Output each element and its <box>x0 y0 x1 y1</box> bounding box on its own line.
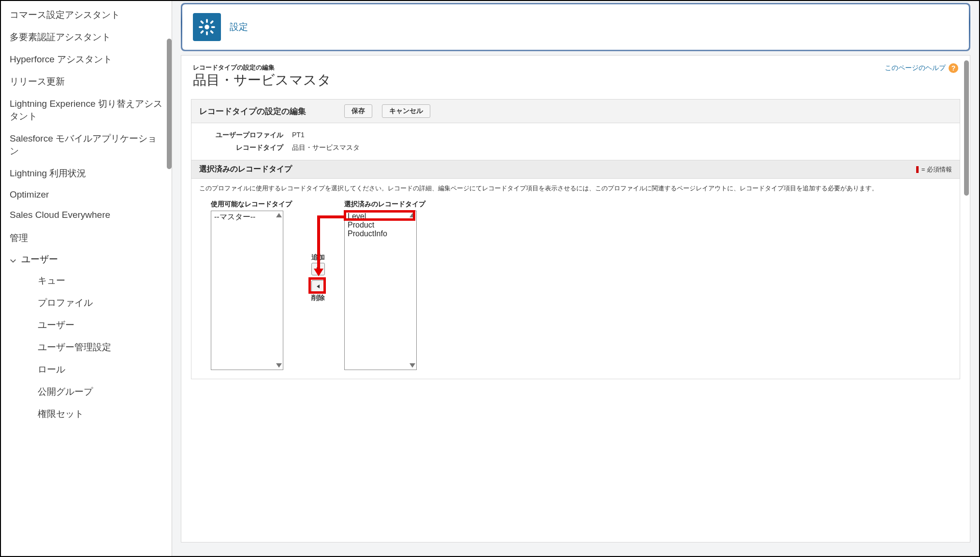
dual-list-controls: 追加 削除 <box>311 253 325 302</box>
save-button[interactable]: 保存 <box>344 104 372 118</box>
list-item[interactable]: --マスター-- <box>213 212 281 222</box>
sidebar-item-label: Hyperforce アシスタント <box>10 54 112 64</box>
setup-sidebar: コマース設定アシスタント 多要素認証アシスタント Hyperforce アシスタ… <box>1 1 172 556</box>
subsection-description: このプロファイルに使用するレコードタイプを選択してください。レコードの詳細、編集… <box>191 179 960 197</box>
sidebar-item-label: コマース設定アシスタント <box>10 10 120 20</box>
sidebar-item-profiles[interactable]: プロファイル <box>38 292 172 314</box>
sidebar-item-label: リリース更新 <box>10 76 65 86</box>
sidebar-item-permission-sets[interactable]: 権限セット <box>38 403 172 425</box>
sidebar-item-sales-cloud-everywhere[interactable]: Sales Cloud Everywhere <box>10 205 172 225</box>
annotation-line <box>317 215 344 218</box>
sidebar-item-commerce-assistant[interactable]: コマース設定アシスタント <box>10 4 172 26</box>
sidebar-item-queues[interactable]: キュー <box>38 270 172 292</box>
available-listbox[interactable]: --マスター-- <box>211 211 283 370</box>
record-type-value: 品目・サービスマスタ <box>292 143 360 152</box>
content-panel: レコードタイプの設定の編集 品目・サービスマスタ このページのヘルプ ? レコー… <box>181 55 970 543</box>
remove-label: 削除 <box>311 294 325 302</box>
sidebar-item-label: Lightning Experience 切り替えアシスタント <box>10 99 162 121</box>
svg-point-0 <box>205 25 209 29</box>
sidebar-item-lightning-usage[interactable]: Lightning 利用状況 <box>10 162 172 185</box>
listbox-scroll-down-icon[interactable] <box>410 363 415 368</box>
selected-listbox[interactable]: Level Product ProductInfo <box>344 211 417 370</box>
sidebar-item-user-management-settings[interactable]: ユーザー管理設定 <box>38 336 172 358</box>
sidebar-item-release-updates[interactable]: リリース更新 <box>10 71 172 93</box>
list-item[interactable]: ProductInfo <box>347 229 414 238</box>
list-item[interactable]: Level <box>347 212 414 221</box>
profile-info: ユーザープロファイル PT1 レコードタイプ 品目・サービスマスタ <box>191 123 960 160</box>
listbox-scroll-up-icon[interactable] <box>276 213 282 217</box>
user-profile-label: ユーザープロファイル <box>201 131 283 140</box>
available-label: 使用可能なレコードタイプ <box>211 200 292 209</box>
required-legend: = 必須情報 <box>916 165 952 174</box>
sidebar-item-label: 多要素認証アシスタント <box>10 32 111 42</box>
chevron-down-icon <box>10 256 16 263</box>
help-link-label: このページのヘルプ <box>885 64 946 72</box>
list-item[interactable]: Product <box>347 221 414 229</box>
add-label: 追加 <box>311 253 325 262</box>
required-bar-icon <box>916 166 919 173</box>
main-area: 設定 レコードタイプの設定の編集 品目・サービスマスタ このページのヘルプ ? … <box>172 1 979 556</box>
sidebar-item-mfa-assistant[interactable]: 多要素認証アシスタント <box>10 26 172 48</box>
subsection-header-selected: 選択済みのレコードタイプ = 必須情報 <box>191 160 960 179</box>
sidebar-item-optimizer[interactable]: Optimizer <box>10 185 172 205</box>
sidebar-item-users-list[interactable]: ユーザー <box>38 314 172 336</box>
dual-list: 使用可能なレコードタイプ --マスター-- 追加 <box>191 197 960 379</box>
help-link[interactable]: このページのヘルプ ? <box>885 63 958 73</box>
section-title: レコードタイプの設定の編集 <box>199 106 335 117</box>
section-header-edit: レコードタイプの設定の編集 保存 キャンセル <box>191 100 960 123</box>
sidebar-item-label: Salesforce モバイルアプリケーション <box>10 133 157 156</box>
sidebar-users-children: キュー プロファイル ユーザー ユーザー管理設定 ロール 公開グループ 権限セッ… <box>10 270 172 425</box>
listbox-scroll-down-icon[interactable] <box>276 363 282 368</box>
content-scrollbar[interactable] <box>964 60 969 196</box>
sidebar-item-salesforce-mobile-app[interactable]: Salesforce モバイルアプリケーション <box>10 128 172 162</box>
sidebar-item-roles[interactable]: ロール <box>38 358 172 381</box>
sidebar-item-label: Optimizer <box>10 189 49 200</box>
sidebar-item-label: Sales Cloud Everywhere <box>10 210 110 220</box>
sidebar-section-admin: 管理 <box>10 225 172 249</box>
record-type-label: レコードタイプ <box>201 143 283 152</box>
record-type-edit-section: レコードタイプの設定の編集 保存 キャンセル ユーザープロファイル PT1 レコ… <box>191 99 960 379</box>
header-title: 設定 <box>230 21 248 33</box>
add-button[interactable] <box>311 263 325 275</box>
gear-icon <box>193 13 221 41</box>
sidebar-scrollbar[interactable] <box>167 39 172 169</box>
listbox-scroll-up-icon[interactable] <box>410 213 415 217</box>
sidebar-item-hyperforce-assistant[interactable]: Hyperforce アシスタント <box>10 48 172 71</box>
subsection-title: 選択済みのレコードタイプ <box>199 164 292 174</box>
sidebar-item-public-groups[interactable]: 公開グループ <box>38 381 172 403</box>
sidebar-item-label: Lightning 利用状況 <box>10 168 86 178</box>
user-profile-value: PT1 <box>292 131 305 140</box>
header-card: 設定 <box>181 3 970 51</box>
sidebar-item-users[interactable]: ユーザー <box>10 249 172 270</box>
page-title: 品目・サービスマスタ <box>193 71 331 89</box>
selected-label: 選択済みのレコードタイプ <box>344 200 425 209</box>
sidebar-item-lex-switch-assistant[interactable]: Lightning Experience 切り替えアシスタント <box>10 93 172 128</box>
remove-button[interactable] <box>311 280 325 293</box>
cancel-button[interactable]: キャンセル <box>382 104 430 118</box>
help-icon: ? <box>949 63 958 73</box>
sidebar-item-label: ユーザー <box>21 253 58 266</box>
